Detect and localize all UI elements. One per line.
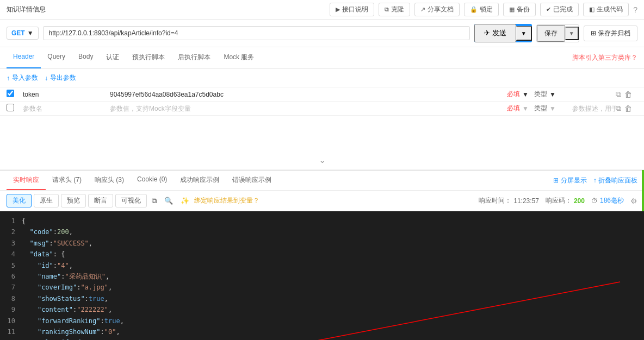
tab-pre-script[interactable]: 预执行脚本 xyxy=(126,47,171,68)
generate-code-button[interactable]: ◧ 生成代码 xyxy=(583,3,629,16)
param-value-col xyxy=(110,91,507,98)
response-code-value: 200 xyxy=(574,197,585,205)
param-value-token[interactable] xyxy=(110,91,507,98)
method-chevron-icon: ▼ xyxy=(27,29,34,37)
param-actions-col: ⧉ 🗑 xyxy=(616,90,637,99)
check-icon: ✔ xyxy=(546,6,551,13)
archive-icon: ⊞ xyxy=(591,29,596,37)
backup-icon: ▦ xyxy=(509,6,515,13)
json-line-9: 9 "content": "222222", xyxy=(7,304,637,315)
view-assert-button[interactable]: 断言 xyxy=(88,194,113,207)
save-archive-button[interactable]: ⊞ 保存并归档 xyxy=(584,26,637,41)
param-copy-empty-button[interactable]: ⧉ xyxy=(616,104,621,113)
response-code-meta: 响应码： 200 xyxy=(546,196,585,205)
param-name-col-empty xyxy=(23,105,110,112)
response-size-meta: ⏱ 186毫秒 xyxy=(591,196,624,205)
split-screen-button[interactable]: ⊞ 分屏显示 xyxy=(553,176,586,185)
param-value-empty[interactable] xyxy=(110,105,507,112)
required-label-empty: 必填 xyxy=(507,104,520,113)
response-toolbar: 美化 原生 预览 断言 可视化 ⧉ 🔍 ✨ 绑定响应结果到变量？ 响应时间： 1… xyxy=(0,191,644,211)
param-value-col-empty xyxy=(110,105,507,112)
method-label: GET xyxy=(11,29,25,37)
param-copy-button[interactable]: ⧉ xyxy=(616,90,621,99)
response-time-meta: 响应时间： 11:23:57 xyxy=(479,196,539,205)
view-options: 美化 原生 预览 断言 可视化 ⧉ 🔍 ✨ 绑定响应结果到变量？ xyxy=(7,194,259,207)
collapse-button[interactable]: ⌄ xyxy=(319,155,326,165)
export-params-button[interactable]: ↓ 导出参数 xyxy=(45,73,76,83)
url-input[interactable] xyxy=(43,26,470,40)
import-icon: ↑ xyxy=(7,74,10,82)
view-visualize-button[interactable]: 可视化 xyxy=(115,194,147,207)
param-name-token[interactable] xyxy=(23,91,110,98)
response-tab-request-headers[interactable]: 请求头 (7) xyxy=(46,171,88,190)
size-icon: ⏱ xyxy=(591,197,598,205)
json-line-3: 3 "msg": "SUCCESS", xyxy=(7,238,637,249)
param-desc-empty[interactable] xyxy=(572,105,616,112)
interface-desc-button[interactable]: ▶ 接口说明 xyxy=(330,3,374,16)
type-chevron-empty: ▼ xyxy=(549,105,556,112)
param-checkbox-col-empty xyxy=(7,104,23,113)
response-tab-response-headers[interactable]: 响应头 (3) xyxy=(88,171,131,190)
tab-body[interactable]: Body xyxy=(72,47,100,68)
json-line-4: 4 "data": { xyxy=(7,249,637,260)
bind-result-label[interactable]: 绑定响应结果到变量？ xyxy=(194,196,259,205)
save-button-group: 保存 ▼ xyxy=(536,24,579,42)
response-tab-success-example[interactable]: 成功响应示例 xyxy=(174,171,226,190)
tab-query[interactable]: Query xyxy=(41,47,72,68)
copy-response-button[interactable]: ⧉ xyxy=(149,196,159,206)
response-tabs-list: 实时响应 请求头 (7) 响应头 (3) Cookie (0) 成功响应示例 错… xyxy=(7,171,278,190)
param-row-token: 必填 ▼ 类型 ▼ ⧉ 🗑 xyxy=(0,87,644,102)
param-checkbox-empty[interactable] xyxy=(7,104,14,111)
response-settings-button[interactable]: ⚙ xyxy=(630,197,637,205)
tab-header[interactable]: Header xyxy=(7,47,41,68)
view-beautify-button[interactable]: 美化 xyxy=(7,194,32,207)
app-title: 知识详情信息 xyxy=(7,5,46,14)
param-delete-empty-button[interactable]: 🗑 xyxy=(624,104,632,113)
param-desc-col-empty xyxy=(572,105,616,112)
json-line-12: 12 "classifyId": "4", xyxy=(7,337,637,340)
response-tabs-bar: 实时响应 请求头 (7) 响应头 (3) Cookie (0) 成功响应示例 错… xyxy=(0,170,644,191)
backup-button[interactable]: ▦ 备份 xyxy=(503,3,536,16)
send-main-button[interactable]: ✈ 发送 xyxy=(474,24,516,42)
param-checkbox-token[interactable] xyxy=(7,90,14,97)
collapse-panel-button[interactable]: ↑ 折叠响应面板 xyxy=(593,176,637,185)
param-actions-col-empty: ⧉ 🗑 xyxy=(616,104,637,113)
send-button-group: ✈ 发送 ▼ xyxy=(474,24,532,42)
tab-auth[interactable]: 认证 xyxy=(100,47,126,68)
required-chevron-icon: ▼ xyxy=(522,91,529,98)
clone-button[interactable]: ⧉ 克隆 xyxy=(379,3,410,16)
response-tab-cookie[interactable]: Cookie (0) xyxy=(131,171,174,190)
save-main-button[interactable]: 保存 xyxy=(537,25,565,42)
response-tab-realtime[interactable]: 实时响应 xyxy=(7,171,46,190)
view-preview-button[interactable]: 预览 xyxy=(61,194,86,207)
share-doc-button[interactable]: ↗ 分享文档 xyxy=(414,3,460,16)
third-party-lib-link[interactable]: 脚本引入第三方类库？ xyxy=(572,53,637,62)
params-spacer: ⌄ xyxy=(0,116,644,170)
param-checkbox-col xyxy=(7,90,23,99)
split-icon: ⊞ xyxy=(553,177,559,184)
tab-post-script[interactable]: 后执行脚本 xyxy=(171,47,217,68)
send-icon: ✈ xyxy=(484,29,490,37)
send-dropdown-button[interactable]: ▼ xyxy=(516,26,532,41)
completed-button[interactable]: ✔ 已完成 xyxy=(540,3,579,16)
import-params-button[interactable]: ↑ 导入参数 xyxy=(7,73,38,83)
json-line-7: 7 "coverImg": "a.jpg", xyxy=(7,282,637,293)
method-select[interactable]: GET ▼ xyxy=(7,27,39,40)
json-line-10: 10 "forwardRanking": true, xyxy=(7,316,637,326)
response-tab-error-example[interactable]: 错误响应示例 xyxy=(226,171,278,190)
search-response-button[interactable]: 🔍 xyxy=(162,196,176,206)
beautify-response-button[interactable]: ✨ xyxy=(178,196,192,206)
param-required-col: 必填 ▼ 类型 ▼ xyxy=(507,90,572,99)
param-name-empty[interactable] xyxy=(23,105,110,112)
tab-mock[interactable]: Mock 服务 xyxy=(217,47,261,68)
type-label-empty: 类型 xyxy=(534,104,547,113)
param-delete-button[interactable]: 🗑 xyxy=(624,90,632,99)
lock-icon: 🔒 xyxy=(470,6,478,13)
save-dropdown-button[interactable]: ▼ xyxy=(565,27,579,40)
view-raw-button[interactable]: 原生 xyxy=(34,194,59,207)
response-actions: ⊞ 分屏显示 ↑ 折叠响应面板 xyxy=(553,176,637,185)
help-icon[interactable]: ? xyxy=(633,5,637,14)
lock-button[interactable]: 🔒 锁定 xyxy=(464,3,499,16)
param-required-col-empty: 必填 ▼ 类型 ▼ xyxy=(507,104,572,113)
top-actions: ▶ 接口说明 ⧉ 克隆 ↗ 分享文档 🔒 锁定 ▦ 备份 ✔ 已完成 ◧ 生成代… xyxy=(330,3,637,16)
